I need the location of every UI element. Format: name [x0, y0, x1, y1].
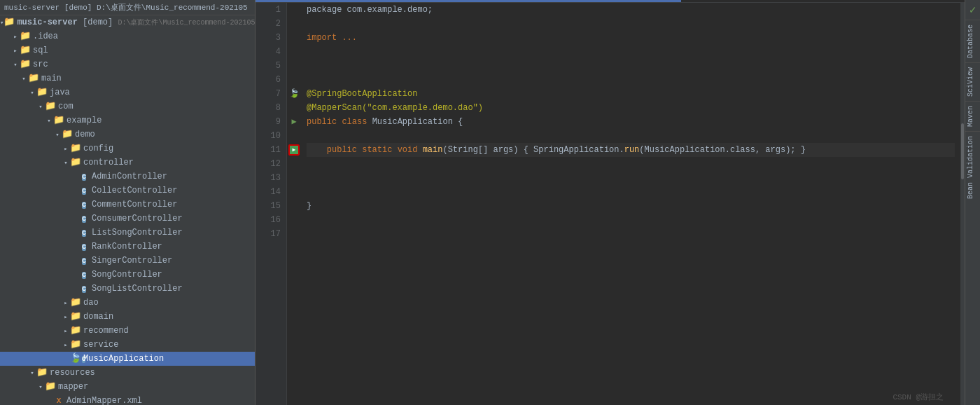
sidebar-panel-sciview[interactable]: SciView: [965, 62, 981, 101]
code-line-5: [307, 59, 955, 73]
gutter-4: [287, 45, 301, 59]
sidebar-panel-maven[interactable]: Maven: [965, 101, 981, 131]
tree-item-mapper[interactable]: 📁mapper: [0, 380, 255, 394]
icon-example: 📁: [53, 116, 64, 125]
code-editor[interactable]: package com.example.demo; import ... @Sp…: [301, 3, 960, 405]
tree-item-config[interactable]: 📁config: [0, 142, 255, 156]
gutter-5: [287, 59, 301, 73]
icon-demo: 📁: [62, 130, 73, 139]
tree-item-MusicApplication[interactable]: 🍃CMusicApplication: [0, 352, 255, 366]
gutter-16: [287, 213, 301, 227]
tree-item-recommend[interactable]: 📁recommend: [0, 324, 255, 338]
icon-service: 📁: [70, 340, 81, 350]
line-num-13: 13: [255, 171, 281, 185]
tree-item-service[interactable]: 📁service: [0, 338, 255, 352]
tree-label-CommentController: CommentController: [92, 200, 177, 210]
line-num-1: 1: [255, 3, 281, 17]
icon-recommend: 📁: [70, 326, 81, 336]
icon-ListSongController: C: [78, 228, 90, 238]
tree-item-java[interactable]: 📁java: [0, 85, 255, 99]
tree-label-demo: demo: [75, 130, 95, 139]
line-numbers: 1234567891011121314151617: [255, 3, 287, 405]
tree-label-RankController: RankController: [92, 242, 162, 252]
tree-label-src: src: [33, 60, 48, 69]
file-tree[interactable]: music-server [demo] D:\桌面文件\Music_recomm…: [0, 0, 255, 405]
icon-dao: 📁: [70, 298, 81, 308]
icon-ConsumerController: C: [78, 214, 90, 224]
tree-item-SongListController[interactable]: CSongListController: [0, 282, 255, 296]
tree-item-example[interactable]: 📁example: [0, 114, 255, 128]
tree-label-AdminMapper.xml: AdminMapper.xml: [66, 396, 142, 405]
editor-area: 1234567891011121314151617 🍃▶ package com…: [255, 0, 965, 405]
icon-SongController: C: [78, 270, 90, 280]
line-num-8: 8: [255, 101, 281, 115]
tree-item-demo[interactable]: 📁demo: [0, 128, 255, 142]
icon-SongListController: C: [78, 284, 90, 294]
tree-header: music-server [demo] D:\桌面文件\Music_recomm…: [0, 0, 255, 15]
tree-label-SingerController: SingerController: [92, 256, 172, 266]
icon-resources: 📁: [36, 368, 48, 378]
gutter-7: 🍃: [287, 87, 301, 101]
icon-java: 📁: [36, 88, 48, 97]
code-line-3: import ...: [307, 31, 955, 45]
gutter-10: [287, 129, 301, 143]
gutter-column: 🍃▶: [287, 3, 301, 405]
tree-item-com[interactable]: 📁com: [0, 99, 255, 114]
code-line-16: [307, 213, 955, 227]
gutter-13: [287, 171, 301, 185]
code-line-2: [307, 17, 955, 31]
line-num-5: 5: [255, 59, 281, 73]
tree-item-CommentController[interactable]: CCommentController: [0, 198, 255, 212]
scroll-indicator[interactable]: [960, 3, 965, 405]
tree-item-ListSongController[interactable]: CListSongController: [0, 226, 255, 240]
sidebar-panel-bean-validation[interactable]: Bean Validation: [965, 131, 981, 203]
tree-item-dao[interactable]: 📁dao: [0, 296, 255, 310]
tree-label-AdminController: AdminController: [92, 172, 167, 181]
tree-item-idea[interactable]: 📁.idea: [0, 29, 255, 43]
tree-item-main[interactable]: 📁main: [0, 71, 255, 85]
icon-sql: 📁: [20, 46, 31, 55]
tree-label-config: config: [83, 144, 113, 153]
tree-item-RankController[interactable]: CRankController: [0, 240, 255, 254]
tree-item-CollectController[interactable]: CCollectController: [0, 184, 255, 198]
tree-item-src[interactable]: 📁src: [0, 57, 255, 71]
icon-controller: 📁: [70, 158, 81, 167]
tree-label-SongController: SongController: [92, 270, 162, 280]
right-sidebar: ✓DatabaseSciViewMavenBean Validation: [965, 0, 980, 405]
editor-content: 1234567891011121314151617 🍃▶ package com…: [255, 3, 965, 405]
gutter-14: [287, 185, 301, 199]
run-gutter-icon: ▶: [291, 115, 296, 129]
tree-label-recommend: recommend: [83, 326, 129, 336]
tree-item-sql[interactable]: 📁sql: [0, 43, 255, 57]
tree-label-root: music-server [demo] D:\桌面文件\Music_recomm…: [17, 18, 255, 27]
tree-item-root[interactable]: 📁music-server [demo] D:\桌面文件\Music_recom…: [0, 15, 255, 29]
spring-gutter-icon: 🍃: [289, 87, 300, 101]
tree-item-controller[interactable]: 📁controller: [0, 156, 255, 170]
icon-main: 📁: [28, 74, 39, 83]
icon-idea: 📁: [20, 32, 31, 41]
run-button[interactable]: [288, 144, 300, 156]
tree-label-main: main: [41, 74, 62, 83]
tree-label-domain: domain: [83, 312, 113, 322]
code-line-11: public static void main(String[] args) {…: [307, 143, 955, 157]
tree-label-com: com: [58, 102, 74, 111]
tree-item-ConsumerController[interactable]: CConsumerController: [0, 212, 255, 226]
sidebar-panel-database[interactable]: Database: [965, 20, 981, 62]
line-num-2: 2: [255, 17, 281, 31]
tree-item-AdminController[interactable]: CAdminController: [0, 170, 255, 184]
code-line-10: [307, 129, 955, 143]
line-num-4: 4: [255, 45, 281, 59]
line-num-17: 17: [255, 227, 281, 241]
tree-item-resources[interactable]: 📁resources: [0, 366, 255, 380]
gutter-1: [287, 3, 301, 17]
tree-item-AdminMapper.xml[interactable]: XAdminMapper.xml: [0, 394, 255, 405]
tree-item-domain[interactable]: 📁domain: [0, 310, 255, 324]
code-line-14: [307, 185, 955, 199]
code-line-1: package com.example.demo;: [307, 3, 955, 17]
tree-item-SingerController[interactable]: CSingerController: [0, 254, 255, 268]
tree-item-SongController[interactable]: CSongController: [0, 268, 255, 282]
gutter-2: [287, 17, 301, 31]
tree-label-SongListController: SongListController: [92, 284, 183, 294]
tree-label-mapper: mapper: [58, 382, 88, 392]
checkmark-icon: ✓: [969, 3, 976, 17]
